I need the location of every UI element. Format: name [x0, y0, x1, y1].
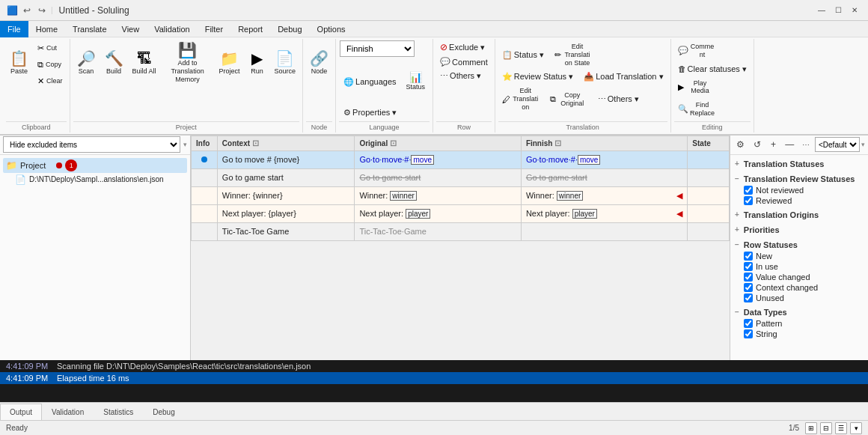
- add-filter-btn[interactable]: +: [766, 137, 781, 152]
- file-tree-item[interactable]: 📄 D:\NT\Deploy\Sampl...anslations\en.jso…: [3, 173, 187, 186]
- others-translation-button[interactable]: ⋯ Others ▾: [594, 93, 643, 106]
- menu-home[interactable]: Home: [28, 21, 65, 37]
- menu-report[interactable]: Report: [230, 21, 270, 37]
- minimize-button[interactable]: —: [814, 3, 829, 18]
- others-row-button[interactable]: ⋯ Others ▾: [436, 70, 485, 82]
- tab-debug[interactable]: Debug: [143, 404, 184, 420]
- more-filter-btn[interactable]: ⋯: [798, 137, 813, 152]
- close-button[interactable]: ✕: [847, 3, 862, 18]
- review-statuses-header[interactable]: − Translation Review Statuses: [735, 173, 864, 185]
- row-state-cell: [688, 168, 730, 186]
- priorities-header[interactable]: + Priorities: [735, 224, 864, 236]
- table-row[interactable]: Go to game start Go·to·game·start Go·to·…: [192, 168, 730, 186]
- project-tree-item[interactable]: 📁 Project 1: [3, 158, 187, 173]
- redo-icon[interactable]: ↪: [36, 4, 48, 16]
- build-all-button[interactable]: 🏗 Build All: [129, 40, 160, 85]
- properties-icon: ⚙: [343, 108, 351, 118]
- paste-button[interactable]: 📋 Paste: [6, 40, 32, 85]
- cut-button[interactable]: ✂ Cut: [34, 40, 67, 55]
- menu-view[interactable]: View: [114, 21, 147, 37]
- play-media-button[interactable]: ▶ Play Media: [674, 77, 719, 98]
- review-status-button[interactable]: ⭐ Review Status ▾: [498, 70, 577, 83]
- scan-button[interactable]: 🔎 Scan: [73, 40, 100, 85]
- copy-original-button[interactable]: ⧉ Copy Original: [546, 89, 591, 110]
- tab-validation[interactable]: Validation: [42, 404, 94, 420]
- table-row[interactable]: Go to move # {move} Go·to·move·#·move Go…: [192, 150, 730, 168]
- languages-button[interactable]: 🌐 Languages: [340, 76, 400, 88]
- filter-icon-btn[interactable]: ⚙: [733, 137, 748, 152]
- row-items: ⊘ Exclude ▾ 💬 Comment ⋯ Others ▾: [436, 40, 492, 120]
- comment-row-icon: 💬: [440, 57, 450, 67]
- find-replace-button[interactable]: 🔍 Find Replace: [674, 99, 719, 120]
- detail-view-btn[interactable]: ☰: [835, 422, 847, 434]
- source-button[interactable]: 📄 Source: [271, 40, 300, 85]
- filter-preset-select[interactable]: <Default: [815, 137, 860, 152]
- copy-original-icon: ⧉: [550, 94, 556, 104]
- expand-plus-icon3: +: [735, 225, 739, 234]
- menu-translate[interactable]: Translate: [65, 21, 114, 37]
- undo-icon[interactable]: ↩: [21, 4, 33, 16]
- maximize-button[interactable]: ☐: [831, 3, 846, 18]
- hide-excluded-select[interactable]: Hide excluded items Show all items: [3, 136, 180, 153]
- project-button[interactable]: 📁 Project: [216, 40, 244, 85]
- run-button[interactable]: ▶ Run: [245, 40, 269, 85]
- translation-statuses-header[interactable]: + Translation Statuses: [735, 158, 864, 170]
- translation-group-label: Translation: [498, 121, 667, 131]
- not-reviewed-checkbox[interactable]: [744, 186, 753, 195]
- table-header: Info Context ⊡ Original ⊡ Finnish ⊡ Stat…: [192, 136, 730, 150]
- row-finnish-cell: Next player: player ◀: [521, 204, 687, 222]
- tab-statistics[interactable]: Statistics: [94, 404, 143, 420]
- status-dropdown-button[interactable]: 📋 Status ▾: [498, 49, 548, 61]
- menu-debug[interactable]: Debug: [270, 21, 309, 37]
- translation-group: 📋 Status ▾ ✏ Edit Translation State ⭐ Re…: [495, 39, 671, 133]
- unused-checkbox[interactable]: [744, 293, 753, 302]
- data-types-header[interactable]: − Data Types: [735, 306, 864, 318]
- table-row[interactable]: Next player: {player} Next player: playe…: [192, 204, 730, 222]
- new-checkbox[interactable]: [744, 252, 753, 261]
- status-button[interactable]: 📊 Status: [403, 59, 430, 104]
- refresh-icon-btn[interactable]: ↺: [750, 137, 765, 152]
- exclude-button[interactable]: ⊘ Exclude ▾: [436, 40, 489, 54]
- clear-statuses-button[interactable]: 🗑 Clear statuses ▾: [674, 63, 751, 76]
- menu-file[interactable]: File: [0, 21, 28, 37]
- table-row[interactable]: Tic-Tac-Toe Game Tic-Tac-Toe·Game: [192, 222, 730, 240]
- filter-arrow: ▾: [861, 141, 865, 148]
- language-select[interactable]: Finnish German French Spanish: [340, 40, 415, 57]
- reviewed-checkbox[interactable]: [744, 196, 753, 205]
- remove-filter-btn[interactable]: —: [782, 137, 797, 152]
- edit-translation-button[interactable]: 🖊 Edit Translation: [498, 85, 543, 113]
- translation-origins-header[interactable]: + Translation Origins: [735, 209, 864, 221]
- comment-editing-button[interactable]: 💬 Comment: [674, 40, 719, 61]
- string-checkbox[interactable]: [744, 329, 753, 338]
- in-use-checkbox[interactable]: [744, 262, 753, 271]
- pattern-checkbox[interactable]: [744, 319, 753, 328]
- row-statuses-header[interactable]: − Row Statuses: [735, 239, 864, 251]
- col-original: Original ⊡: [355, 136, 521, 150]
- clipboard-items: 📋 Paste ✂ Cut ⧉ Copy ✕ Clear: [6, 40, 67, 120]
- finnish-tag: move: [578, 155, 600, 165]
- node-button[interactable]: 🔗 Node: [306, 40, 332, 85]
- add-translation-memory-button[interactable]: 💾 Add to Translation Memory: [162, 40, 214, 85]
- menu-options[interactable]: Options: [310, 21, 353, 37]
- tab-output[interactable]: Output: [0, 404, 42, 420]
- value-changed-checkbox[interactable]: [744, 273, 753, 282]
- list-view-btn[interactable]: ⊟: [820, 422, 832, 434]
- copy-button[interactable]: ⧉ Copy: [34, 57, 67, 72]
- col-finnish: Finnish ⊡: [521, 136, 687, 150]
- view-options-btn[interactable]: ▾: [850, 422, 862, 434]
- context-changed-label: Context changed: [756, 283, 818, 292]
- reviewed-item: Reviewed: [735, 195, 864, 206]
- context-changed-checkbox[interactable]: [744, 283, 753, 292]
- edit-translation-state-button[interactable]: ✏ Edit Translation State: [551, 40, 596, 69]
- language-items: Finnish German French Spanish 🌐 Language…: [340, 40, 429, 120]
- build-button[interactable]: 🔨 Build: [101, 40, 127, 85]
- properties-button[interactable]: ⚙ Properties ▾: [340, 106, 400, 119]
- table-row[interactable]: Winner: {winner} Winner: winner Winner: …: [192, 186, 730, 204]
- grid-view-btn[interactable]: ⊞: [805, 422, 817, 434]
- menu-filter[interactable]: Filter: [198, 21, 230, 37]
- load-translation-button[interactable]: 📥 Load Translation ▾: [580, 70, 667, 83]
- menu-bar: File Home Translate View Validation Filt…: [0, 21, 868, 37]
- clear-button[interactable]: ✕ Clear: [34, 73, 67, 88]
- comment-row-button[interactable]: 💬 Comment: [436, 55, 492, 68]
- menu-validation[interactable]: Validation: [147, 21, 198, 37]
